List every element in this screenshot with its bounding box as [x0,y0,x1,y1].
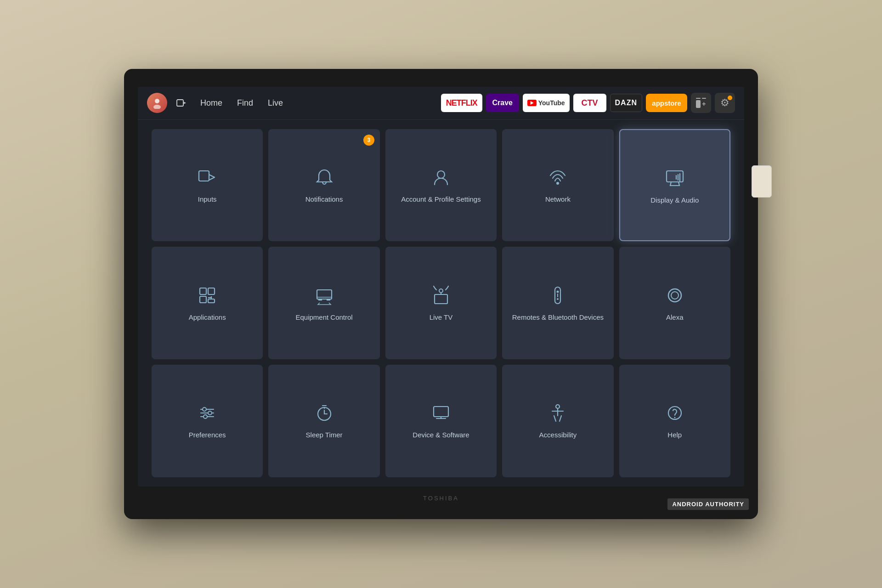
accessibility-icon [547,402,569,424]
tv-stand: TOSHIBA [423,492,459,502]
display-audio-label: Display & Audio [650,196,699,205]
tile-device-software[interactable]: Device & Software [385,365,497,477]
sleep-timer-icon [313,402,335,424]
svg-rect-8 [208,288,215,294]
accessibility-label: Accessibility [539,430,577,440]
wall-switch [752,165,772,198]
netflix-label: NETFLIX [446,98,477,108]
appstore-button[interactable]: appstore [646,94,687,112]
live-tv-label: Live TV [430,313,453,322]
network-label: Network [545,195,571,204]
help-icon [664,402,686,424]
nav-home[interactable]: Home [195,96,228,111]
svg-rect-10 [208,299,215,303]
settings-button[interactable]: ⚙ [715,93,735,113]
apps-grid-icon: + [696,98,706,108]
remotes-label: Remotes & Bluetooth Devices [512,313,604,322]
svg-point-28 [208,411,212,415]
live-tv-icon [430,284,452,306]
svg-point-1 [153,105,161,109]
inputs-label: Inputs [198,195,217,204]
svg-point-20 [557,290,559,293]
tile-equipment[interactable]: Equipment Control [268,247,379,359]
tv-frame: Home Find Live NETFLIX Crave YouTube CTV [124,69,758,519]
ctv-button[interactable]: CTV [573,94,606,112]
input-icon-btn[interactable] [171,93,191,113]
svg-rect-32 [434,407,448,417]
svg-rect-9 [200,296,206,303]
apps-grid-button[interactable]: + [691,93,711,113]
tile-network[interactable]: Network [502,129,613,242]
svg-point-23 [668,289,681,302]
tile-account[interactable]: Account & Profile Settings [385,129,497,242]
applications-icon [196,284,218,306]
appstore-label: appstore [652,99,681,107]
dazn-button[interactable]: DAZN [610,94,642,112]
applications-label: Applications [189,313,226,322]
alexa-label: Alexa [666,313,684,322]
svg-rect-13 [317,290,332,299]
svg-point-4 [437,171,445,178]
svg-point-39 [674,417,675,418]
svg-point-30 [204,415,207,418]
notification-badge: 3 [363,135,374,146]
main-content: Inputs 3 Notifications [138,120,744,486]
svg-rect-3 [199,171,209,181]
help-label: Help [667,430,682,440]
tile-help[interactable]: Help [619,365,730,477]
svg-rect-6 [667,171,683,182]
nav-find[interactable]: Find [232,96,259,111]
notifications-label: Notifications [305,195,343,204]
svg-rect-7 [200,288,206,294]
avatar[interactable] [147,93,167,113]
preferences-icon [196,402,218,424]
account-icon [430,166,452,188]
svg-rect-18 [435,294,447,304]
nav-bar: Home Find Live NETFLIX Crave YouTube CTV [138,87,744,120]
equipment-icon [313,284,335,306]
crave-label: Crave [492,99,513,107]
tile-applications[interactable]: Applications [152,247,263,359]
tv-brand: TOSHIBA [423,495,459,502]
watermark: ANDROID AUTHORITY [667,498,749,510]
tile-preferences[interactable]: Preferences [152,365,263,477]
nav-live[interactable]: Live [262,96,288,111]
account-label: Account & Profile Settings [401,195,481,204]
notification-dot [728,96,732,100]
display-audio-icon [663,165,687,189]
svg-point-35 [556,405,560,408]
svg-point-17 [439,289,443,293]
sleep-timer-label: Sleep Timer [306,430,343,440]
svg-rect-2 [177,100,183,106]
youtube-button[interactable]: YouTube [523,94,570,112]
settings-grid: Inputs 3 Notifications [152,129,730,477]
tile-inputs[interactable]: Inputs [152,129,263,242]
equipment-label: Equipment Control [295,313,352,322]
preferences-label: Preferences [189,430,226,440]
tv-screen: Home Find Live NETFLIX Crave YouTube CTV [138,87,744,486]
tile-live-tv[interactable]: Live TV [385,247,497,359]
tile-accessibility[interactable]: Accessibility [502,365,613,477]
tile-sleep-timer[interactable]: Sleep Timer [268,365,379,477]
youtube-label: YouTube [538,99,565,107]
tile-remotes[interactable]: Remotes & Bluetooth Devices [502,247,613,359]
network-icon [547,166,569,188]
tile-alexa[interactable]: Alexa [619,247,730,359]
svg-point-22 [557,298,559,300]
svg-point-5 [556,182,559,185]
notifications-icon [313,166,335,188]
alexa-icon [664,284,686,306]
inputs-icon [196,166,218,188]
svg-point-24 [671,292,678,299]
netflix-button[interactable]: NETFLIX [441,94,482,112]
remotes-icon [547,284,569,306]
ctv-label: CTV [582,98,598,108]
crave-button[interactable]: Crave [486,94,519,112]
youtube-icon [527,100,537,106]
svg-point-26 [203,407,206,411]
dazn-label: DAZN [615,99,637,107]
tile-notifications[interactable]: 3 Notifications [268,129,379,242]
svg-point-0 [155,99,159,103]
tile-display-audio[interactable]: Display & Audio [619,129,730,242]
device-software-icon [430,402,452,424]
